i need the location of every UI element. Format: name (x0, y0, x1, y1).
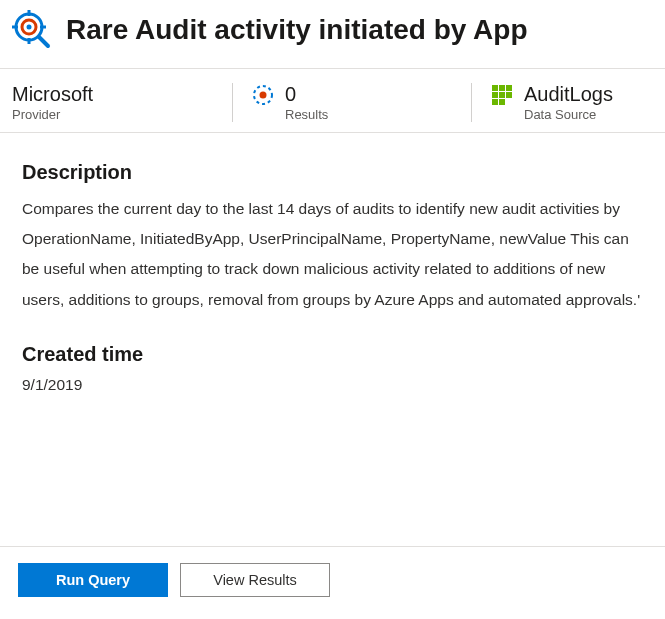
svg-rect-15 (506, 92, 512, 98)
svg-line-3 (39, 37, 48, 46)
meta-row: Microsoft Provider 0 Results (0, 69, 665, 132)
svg-rect-5 (28, 38, 31, 44)
view-results-button[interactable]: View Results (180, 563, 330, 597)
svg-rect-12 (506, 85, 512, 91)
created-time-value: 9/1/2019 (22, 376, 643, 394)
svg-rect-7 (40, 26, 46, 29)
description-heading: Description (22, 161, 643, 184)
meta-provider-value: Microsoft (12, 83, 208, 105)
svg-point-2 (27, 25, 32, 30)
svg-rect-4 (28, 10, 31, 16)
content-scroll-region[interactable]: Description Compares the current day to … (0, 132, 665, 492)
divider-vertical (232, 83, 233, 122)
meta-results: 0 Results (251, 83, 471, 122)
meta-provider-label: Provider (12, 107, 208, 122)
svg-rect-17 (499, 99, 505, 105)
divider-vertical (471, 83, 472, 122)
meta-datasource-label: Data Source (524, 107, 613, 122)
run-query-button[interactable]: Run Query (18, 563, 168, 597)
page-title: Rare Audit activity initiated by App (66, 14, 528, 46)
meta-results-label: Results (285, 107, 328, 122)
svg-rect-6 (12, 26, 18, 29)
target-search-icon (12, 10, 52, 50)
page-header: Rare Audit activity initiated by App (0, 0, 665, 68)
footer-actions: Run Query View Results (0, 546, 665, 619)
description-body: Compares the current day to the last 14 … (22, 194, 643, 315)
meta-results-value: 0 (285, 83, 328, 105)
svg-rect-16 (492, 99, 498, 105)
svg-rect-11 (499, 85, 505, 91)
svg-rect-14 (499, 92, 505, 98)
svg-rect-10 (492, 85, 498, 91)
svg-point-9 (260, 92, 267, 99)
meta-datasource: AuditLogs Data Source (490, 83, 653, 122)
meta-datasource-value: AuditLogs (524, 83, 613, 105)
svg-rect-13 (492, 92, 498, 98)
created-time-heading: Created time (22, 343, 643, 366)
activity-icon (251, 83, 275, 107)
grid-icon (490, 83, 514, 107)
meta-provider: Microsoft Provider (12, 83, 232, 122)
